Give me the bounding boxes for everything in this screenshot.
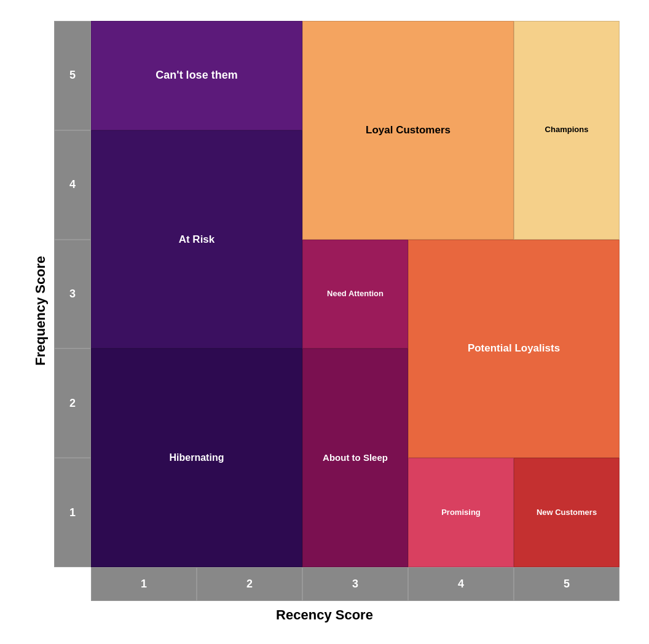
hibernating-label: Hibernating [170, 452, 224, 465]
y-tick-1: 1 [54, 458, 91, 567]
potential-loyalists-cell: Potential Loyalists [408, 240, 620, 458]
cant-lose-label: Can't lose them [155, 68, 237, 82]
rfm-chart: Frequency Score 5 4 3 2 1 Can't lose the… [30, 21, 620, 623]
promising-label: Promising [441, 508, 481, 518]
need-attention-cell: Need Attention [302, 240, 408, 349]
x-tick-1: 1 [91, 567, 197, 601]
grid-main: Can't lose them Loyal Customers Champion… [91, 21, 620, 567]
x-tick-4: 4 [408, 567, 514, 601]
cant-lose-cell: Can't lose them [91, 21, 302, 130]
champions-label: Champions [545, 125, 589, 135]
about-to-sleep-cell: About to Sleep [302, 348, 408, 567]
champions-cell: Champions [514, 21, 620, 240]
x-tick-5: 5 [514, 567, 620, 601]
x-tick-2: 2 [197, 567, 302, 601]
new-customers-cell: New Customers [514, 458, 620, 567]
about-to-sleep-label: About to Sleep [323, 452, 388, 464]
promising-cell: Promising [408, 458, 514, 567]
loyal-customers-label: Loyal Customers [366, 124, 450, 137]
y-axis-labels: 5 4 3 2 1 [54, 21, 91, 567]
x-axis-title: Recency Score [276, 607, 373, 623]
y-tick-2: 2 [54, 348, 91, 458]
hibernating-cell: Hibernating [91, 348, 302, 567]
y-axis-label: Frequency Score [30, 21, 52, 601]
x-tick-3: 3 [302, 567, 408, 601]
need-attention-label: Need Attention [327, 289, 384, 299]
potential-loyalists-label: Potential Loyalists [468, 342, 560, 355]
at-risk-label: At Risk [179, 233, 215, 246]
loyal-customers-cell: Loyal Customers [302, 21, 514, 240]
y-tick-5: 5 [54, 21, 91, 130]
y-tick-4: 4 [54, 130, 91, 240]
x-axis-labels: 1 2 3 4 5 [91, 567, 620, 601]
new-customers-label: New Customers [537, 508, 597, 518]
y-tick-3: 3 [54, 240, 91, 349]
at-risk-cell: At Risk [91, 130, 302, 349]
